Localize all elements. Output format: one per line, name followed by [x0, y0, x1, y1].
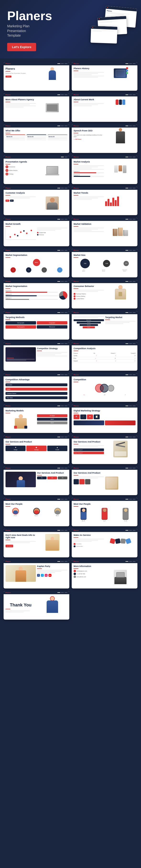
- deals-btn[interactable]: Get Started: [5, 545, 13, 547]
- service-26-2: Service Package B: [74, 452, 104, 454]
- comp-col-0: Feature: [74, 352, 78, 354]
- agenda-3-num: 03: [5, 173, 8, 176]
- slide-1-text: Marketing Plan Presentation Template: [5, 72, 36, 74]
- social-tw: t: [41, 574, 44, 577]
- slide-28-title: Our Services And Product: [74, 472, 136, 474]
- service-32-1: Consultation: [76, 543, 81, 545]
- slide-30-brand: Planers: [74, 498, 79, 500]
- slide-6-title: Speech From CEO: [74, 129, 104, 132]
- service-card-1: ★ Design: [5, 445, 26, 451]
- customer-tag-1: B2B: [5, 199, 9, 202]
- slide-4-title: About Current Work: [74, 98, 104, 101]
- slide-20: Planers Competition Analysis Feature Us …: [72, 342, 137, 371]
- customer-tag-2: B2C: [10, 199, 14, 202]
- product-27-2: P2: [47, 476, 57, 479]
- slide-32: Planers Make An Service Consultation: [72, 529, 137, 557]
- slide-2-brand: Planers: [74, 63, 79, 64]
- slide-16: Planers Consumer Behavior Purchase Patte…: [72, 280, 137, 308]
- slide-23-title: Marketing Models: [5, 409, 67, 412]
- digital-email: ✉: [87, 414, 93, 419]
- slide-20-title: Competition Analysis: [74, 347, 136, 350]
- funnel-3: Decision: [79, 324, 98, 326]
- slide-24-brand: Planers: [74, 405, 79, 407]
- slide-19: Planers Competitor Str: [4, 342, 69, 371]
- slide-16-title: Consumer Behavior: [74, 285, 104, 287]
- slide-2: Planers Planers History: [72, 62, 137, 91]
- slide-25: Planers Our Services and Product ★ Desig…: [4, 435, 69, 464]
- digital-seo: 🔍: [74, 414, 79, 419]
- slide-18-title: Targeting Market: [105, 316, 136, 318]
- slide-11: Planers Market Growth: [4, 218, 69, 246]
- seg-1: A: [10, 267, 16, 273]
- slide-30: Planers Meet Our People Alex M.: [72, 498, 137, 526]
- slide-6-quote: "Our vision is to create marketing excel…: [74, 134, 104, 137]
- comp-col-3: Comp B: [131, 352, 136, 354]
- slide-34: Planers More Information hello@planers.c…: [72, 560, 137, 588]
- email-icon: ✉: [89, 416, 91, 418]
- agenda-1-label: Introduction: [9, 166, 15, 167]
- slide-14: Planers Market Size TAM SAM SOM TotalMar…: [72, 249, 137, 277]
- slide-33-brand: Planers: [5, 561, 11, 562]
- size-label-2: ServedMarket: [102, 269, 105, 272]
- seg2-prog-3: Segment C: [5, 297, 58, 299]
- slide-22: Planers Competition Us A B: [72, 373, 137, 402]
- slide-18: Planers Awareness Interest Decision Acti…: [72, 311, 137, 340]
- slide-33: Planers Kaplan Party: [4, 560, 69, 588]
- slide-20-brand: Planers: [74, 343, 79, 344]
- slide-17: Planers Targeting Methods Demographic Ge…: [4, 311, 69, 340]
- model-4p: 4P Model: [37, 414, 67, 417]
- agenda-1-num: 01: [5, 165, 8, 168]
- seo-icon: 🔍: [75, 416, 78, 418]
- slide-16-brand: Planers: [74, 281, 79, 282]
- slide-26: Planers Our Services And Product Service…: [72, 435, 137, 464]
- offer-1: Service 01: [6, 136, 24, 137]
- slide-31: Planers Don't miss best Deals Info to ri…: [4, 529, 69, 557]
- seg2-prog-1: Segment A: [5, 290, 58, 291]
- slide-1-title: Planers: [5, 67, 36, 70]
- slide-35-brand: Planers: [5, 592, 11, 593]
- slide-1: Planers Planers Marketing Plan Presentat…: [4, 62, 69, 91]
- market-size-som: SOM: [124, 261, 129, 266]
- slide-14-brand: Planers: [74, 250, 79, 251]
- thankyou-text: Thank You: [5, 602, 36, 608]
- service-32-2: Implementation: [76, 546, 83, 547]
- explore-button[interactable]: Let's Explore: [7, 43, 36, 51]
- slide-11-brand: Planers: [5, 218, 11, 220]
- slide-6-name: — CEO Name: [74, 138, 104, 140]
- comp-b: B: [125, 394, 126, 395]
- slide-1-brand: Planers: [5, 63, 11, 64]
- consumer-2: Decision Making: [76, 296, 85, 297]
- slide-7-brand: Planers: [5, 156, 11, 158]
- slide-10: Planers Market Trends: [72, 186, 137, 215]
- service-26-1: Service Package A: [74, 448, 104, 451]
- targeting-1: Demographic: [5, 321, 36, 324]
- slide-21-brand: Planers: [5, 374, 11, 375]
- slide-12-title: Market Validation: [74, 223, 136, 225]
- slide-9-title: Customer Analysis: [5, 192, 67, 194]
- slide-28-brand: Planers: [74, 467, 79, 469]
- slide-31-title: Don't miss best Deals Info to right now: [5, 534, 36, 539]
- segmentation-hub: Market: [33, 259, 40, 266]
- growth-legend-1: Growth Rate: [39, 232, 46, 233]
- slide-30-title: Meet Our People: [74, 503, 136, 505]
- adv-3: Customer Service: [5, 392, 67, 395]
- slide-15: Planers Market Segmentation Segment A Se…: [4, 280, 69, 308]
- slide-34-brand: Planers: [74, 561, 79, 562]
- slide-22-brand: Planers: [74, 374, 79, 375]
- market-size-sam: SAM: [103, 260, 110, 267]
- agenda-2-label: Market Analysis: [9, 170, 17, 171]
- service-card-3: ▲ Growth: [47, 445, 67, 451]
- product-27-1: P1: [37, 476, 46, 479]
- seg2-prog-2: Segment B: [5, 293, 58, 295]
- person-30-1: Alex M.: [80, 520, 86, 522]
- slide-2-title: Planers History: [74, 67, 104, 70]
- comp-col-1: Us: [94, 352, 95, 354]
- agenda-3-label: Strategy: [9, 173, 13, 175]
- comp-us: Us: [83, 394, 84, 395]
- slide-8-brand: Planers: [74, 156, 79, 158]
- slide-12-brand: Planers: [74, 218, 79, 220]
- content-icon: 📝: [96, 416, 98, 418]
- preview-slide-3: [91, 26, 117, 43]
- slide-6-brand: Planers: [74, 125, 79, 127]
- slide-29-title: Meet Our People: [5, 503, 67, 505]
